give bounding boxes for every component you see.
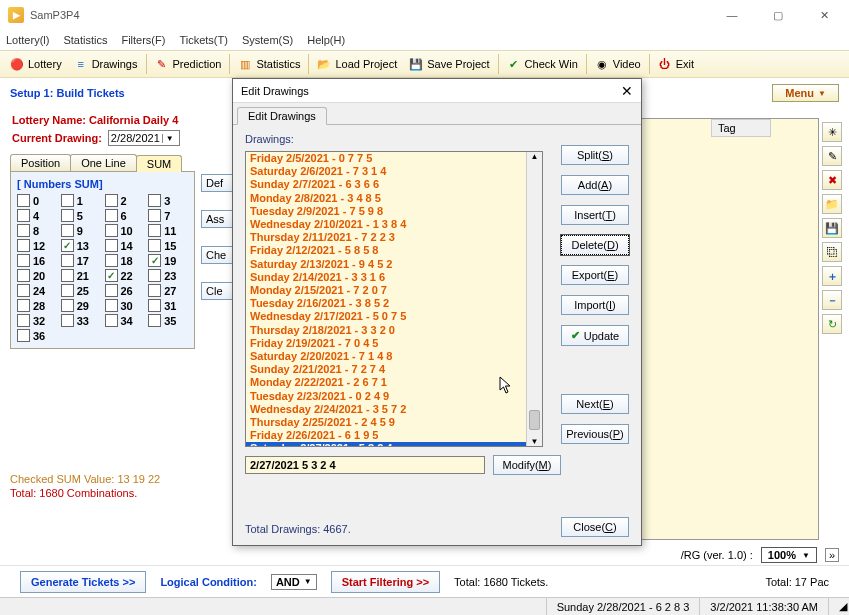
number-checkbox-30[interactable]: 30 (105, 299, 145, 312)
copy-icon[interactable]: ⿻ (822, 242, 842, 262)
previous-button[interactable]: Previous(P) (561, 424, 629, 444)
drawing-item[interactable]: Friday 2/12/2021 - 5 8 5 8 (246, 244, 542, 257)
menu-dropdown-button[interactable]: Menu▼ (772, 84, 839, 102)
number-checkbox-15[interactable]: 15 (148, 239, 188, 252)
tool-load[interactable]: 📂Load Project (311, 55, 403, 73)
new-icon[interactable]: ✳ (822, 122, 842, 142)
start-filtering-button[interactable]: Start Filtering >> (331, 571, 440, 593)
scroll-thumb[interactable] (529, 410, 540, 430)
number-checkbox-20[interactable]: 20 (17, 269, 57, 282)
number-checkbox-32[interactable]: 32 (17, 314, 57, 327)
number-checkbox-16[interactable]: 16 (17, 254, 57, 267)
import-button[interactable]: Import(I) (561, 295, 629, 315)
split-button[interactable]: Split(S) (561, 145, 629, 165)
tab-one-line[interactable]: One Line (70, 154, 137, 171)
minus-icon[interactable]: － (822, 290, 842, 310)
number-checkbox-9[interactable]: 9 (61, 224, 101, 237)
menu-statistics[interactable]: Statistics (63, 34, 107, 46)
number-checkbox-12[interactable]: 12 (17, 239, 57, 252)
number-checkbox-3[interactable]: 3 (148, 194, 188, 207)
number-checkbox-21[interactable]: 21 (61, 269, 101, 282)
scroll-up-icon[interactable]: ▲ (527, 152, 542, 161)
number-checkbox-17[interactable]: 17 (61, 254, 101, 267)
minimize-button[interactable]: — (709, 0, 755, 30)
update-button[interactable]: ✔Update (561, 325, 629, 346)
number-checkbox-[interactable] (148, 329, 188, 342)
drawing-item[interactable]: Saturday 2/27/2021 - 5 3 2 4 (246, 442, 542, 447)
close-button[interactable]: ✕ (801, 0, 847, 30)
edit-icon[interactable]: ✎ (822, 146, 842, 166)
menu-filters[interactable]: Filters(F) (121, 34, 165, 46)
drawing-item[interactable]: Tuesday 2/16/2021 - 3 8 5 2 (246, 297, 542, 310)
zoom-combo[interactable]: 100%▼ (761, 547, 817, 563)
number-checkbox-5[interactable]: 5 (61, 209, 101, 222)
tool-lottery[interactable]: 🔴Lottery (4, 55, 68, 73)
number-checkbox-34[interactable]: 34 (105, 314, 145, 327)
number-checkbox-13[interactable]: ✓13 (61, 239, 101, 252)
save-icon[interactable]: 💾 (822, 218, 842, 238)
number-checkbox-[interactable] (61, 329, 101, 342)
dialog-close-button[interactable]: ✕ (621, 83, 633, 99)
number-checkbox-2[interactable]: 2 (105, 194, 145, 207)
number-checkbox-33[interactable]: 33 (61, 314, 101, 327)
number-checkbox-11[interactable]: 11 (148, 224, 188, 237)
drawing-item[interactable]: Thursday 2/11/2021 - 7 2 2 3 (246, 231, 542, 244)
number-checkbox-4[interactable]: 4 (17, 209, 57, 222)
number-checkbox-22[interactable]: ✓22 (105, 269, 145, 282)
drawing-item[interactable]: Sunday 2/14/2021 - 3 3 1 6 (246, 271, 542, 284)
number-checkbox-14[interactable]: 14 (105, 239, 145, 252)
drawing-item[interactable]: Tuesday 2/23/2021 - 0 2 4 9 (246, 390, 542, 403)
number-checkbox-0[interactable]: 0 (17, 194, 57, 207)
delete-button[interactable]: Delete(D) (561, 235, 629, 255)
drawing-item[interactable]: Tuesday 2/9/2021 - 7 5 9 8 (246, 205, 542, 218)
number-checkbox-27[interactable]: 27 (148, 284, 188, 297)
number-checkbox-1[interactable]: 1 (61, 194, 101, 207)
generate-tickets-button[interactable]: Generate Tickets >> (20, 571, 146, 593)
number-checkbox-29[interactable]: 29 (61, 299, 101, 312)
number-checkbox-35[interactable]: 35 (148, 314, 188, 327)
number-checkbox-6[interactable]: 6 (105, 209, 145, 222)
folder-icon[interactable]: 📁 (822, 194, 842, 214)
drawing-item[interactable]: Wednesday 2/10/2021 - 1 3 8 4 (246, 218, 542, 231)
add-button[interactable]: Add(A) (561, 175, 629, 195)
tag-column-header[interactable]: Tag (711, 119, 771, 137)
tag-table[interactable]: Tag (625, 118, 819, 540)
drawing-item[interactable]: Thursday 2/25/2021 - 2 4 5 9 (246, 416, 542, 429)
drawing-item[interactable]: Monday 2/8/2021 - 3 4 8 5 (246, 192, 542, 205)
tool-save[interactable]: 💾Save Project (403, 55, 495, 73)
number-checkbox-7[interactable]: 7 (148, 209, 188, 222)
refresh-icon[interactable]: ↻ (822, 314, 842, 334)
plus-icon[interactable]: ＋ (822, 266, 842, 286)
number-checkbox-28[interactable]: 28 (17, 299, 57, 312)
number-checkbox-23[interactable]: 23 (148, 269, 188, 282)
number-checkbox-24[interactable]: 24 (17, 284, 57, 297)
drawing-item[interactable]: Wednesday 2/17/2021 - 5 0 7 5 (246, 310, 542, 323)
drawings-listbox[interactable]: Friday 2/5/2021 - 0 7 7 5Saturday 2/6/20… (245, 151, 543, 447)
tool-prediction[interactable]: ✎Prediction (149, 55, 228, 73)
number-checkbox-26[interactable]: 26 (105, 284, 145, 297)
number-checkbox-31[interactable]: 31 (148, 299, 188, 312)
delete-icon[interactable]: ✖ (822, 170, 842, 190)
drawing-item[interactable]: Friday 2/26/2021 - 6 1 9 5 (246, 429, 542, 442)
modify-button[interactable]: Modify(M) (493, 455, 561, 475)
drawing-item[interactable]: Monday 2/15/2021 - 7 2 0 7 (246, 284, 542, 297)
drawing-item[interactable]: Sunday 2/7/2021 - 6 3 6 6 (246, 178, 542, 191)
number-checkbox-19[interactable]: ✓19 (148, 254, 188, 267)
scroll-down-icon[interactable]: ▼ (527, 437, 542, 446)
logical-condition-combo[interactable]: AND▼ (271, 574, 317, 590)
tab-position[interactable]: Position (10, 154, 71, 171)
drawing-edit-field[interactable] (245, 456, 485, 474)
tool-checkwin[interactable]: ✔Check Win (501, 55, 584, 73)
next-button[interactable]: Next(E) (561, 394, 629, 414)
menu-tickets[interactable]: Tickets(T) (179, 34, 227, 46)
number-checkbox-18[interactable]: 18 (105, 254, 145, 267)
menu-lottery[interactable]: Lottery(l) (6, 34, 49, 46)
expand-icon[interactable]: » (825, 548, 839, 562)
export-button[interactable]: Export(E) (561, 265, 629, 285)
tab-sum[interactable]: SUM (136, 155, 182, 172)
drawing-item[interactable]: Monday 2/22/2021 - 2 6 7 1 (246, 376, 542, 389)
tool-statistics[interactable]: ▥Statistics (232, 55, 306, 73)
insert-button[interactable]: Insert(T) (561, 205, 629, 225)
resize-grip[interactable]: ◢ (828, 598, 849, 615)
number-checkbox-[interactable] (105, 329, 145, 342)
